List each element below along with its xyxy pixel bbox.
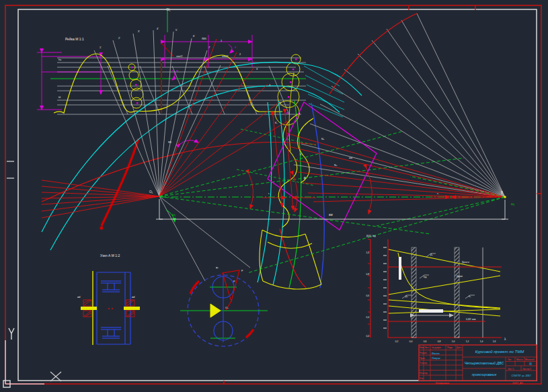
drawing-label: 0,2 [366,335,369,338]
assembly-title: Четырехтактный ДВС [465,361,504,365]
drawing-label: ω₂ [511,202,515,206]
drawing-label: P [233,280,235,283]
svg-text:Разраб.: Разраб. [420,352,428,354]
svg-text:Лист: Лист [424,346,429,349]
svg-text:Дата: Дата [457,346,461,349]
drawing-label: ⌀d [77,296,80,299]
detail-title: Узел А М 1:2 [100,253,120,258]
svg-text:Масштаб: Масштаб [525,358,535,361]
org-name: проектирование [472,373,497,377]
bearing-bar-left [81,307,97,310]
project-title: Курсовой проект по ТММ [475,350,524,354]
drawing-label: 0,2 [395,340,399,343]
svg-text:Лист 1: Лист 1 [508,368,514,370]
drawing-label: 1,0 [452,340,455,343]
drawing-label: 1,4 [480,340,483,343]
svg-text:Утв.: Утв. [420,377,424,380]
bearing-bar-right [124,307,140,310]
rack-title: Рейка М 1:1 [65,37,84,41]
drawing-label: 0,8 [438,340,441,343]
drawing-label: 0,4 [409,340,413,343]
drawing-label: 4 [269,84,270,87]
drawing-label: πm/2 [222,54,229,58]
drawing-label: γ [235,45,236,48]
svg-text:Петров: Петров [432,357,440,360]
svg-text:Т.контр.: Т.контр. [420,362,428,364]
drawing-label: 2' [118,37,120,40]
drawing-label: 5 [280,102,281,104]
drawing-label: ω₁ [172,213,176,217]
drawing-label: 1,0 [366,251,369,254]
graph-title: β(λ), kд [366,234,376,237]
drawing-label: 3 [256,68,258,71]
cad-canvas[interactable]: Изм. Лист № докум. Подп. Дата Разраб. Пр… [0,0,548,392]
drawing-label: 1 [221,40,222,42]
drawing-label: β₁ [430,253,433,256]
drawing-label: 1,6 [493,340,496,343]
drawing-label: 1' [100,46,102,49]
drawing-label: ⌀d [132,296,134,299]
drawing-label: 0,6 [424,340,427,343]
legend-bar [419,309,443,313]
value-bar [399,257,401,280]
drawing-label: φд [168,140,172,143]
svg-text:№ докум.: № докум. [432,346,441,349]
drawing-label: 6' [193,35,195,38]
drawing-label: πm [202,37,206,40]
title-block[interactable]: Изм. Лист № докум. Подп. Дата Разраб. Пр… [419,345,537,385]
drawing-label: K₂ [300,153,303,156]
drawing-label: βрасч [462,260,469,264]
drawing-label: 5' [175,29,178,32]
svg-text:Листов 1: Листов 1 [522,368,531,370]
drawing-label: P [304,177,306,180]
drawing-label: 0,6 [366,295,369,297]
copied-label: Копировал [436,381,450,385]
drawing-label: -W₁ [165,8,171,11]
drawing-label: 0,4 [366,316,369,319]
drawing-label: 0,82 мм [466,317,476,321]
svg-text:Изм.: Изм. [420,346,424,349]
drawing-label: 7' [208,46,210,49]
drawing-label: φ₁ [216,266,219,269]
drawing-label: αw [349,156,352,159]
svg-text:Подп.: Подп. [447,346,453,349]
group-name: СПбГПУ гр. 2057 [512,375,532,377]
drawing-label: βдоп [457,274,463,278]
hatched-band-2 [455,247,459,338]
drawing-label: O₁ [149,190,153,194]
drawing-label: 1,2 [466,340,469,343]
drawing-label: φ [176,69,178,72]
format-label: 2057_А1 [512,381,524,385]
drawing-label: 0,8 [366,273,369,276]
drawing-label: B [501,191,503,194]
drawing-label: kд [424,275,427,278]
drawing-label: N₁ [321,137,325,141]
drawing-label: 3' [138,30,140,33]
drawing-label: 4' [157,28,159,30]
drawing-label: O₂ [225,306,229,309]
svg-text:Масса: Масса [516,358,523,361]
drawing-label: β₂ [405,295,408,298]
svg-text:Пров.: Пров. [420,357,426,360]
svg-text:Лит.: Лит. [508,358,512,361]
drawing-label: N₂ [334,163,338,167]
cam-point [100,226,103,229]
svg-text:Н.контр.: Н.контр. [420,372,428,375]
svg-text:Иванов: Иванов [432,352,440,355]
hatched-band-1 [412,247,416,338]
drawing-label: πm/2 [176,54,183,58]
drawing-label: 2 [239,53,241,56]
drawing-label: aw [329,213,334,217]
